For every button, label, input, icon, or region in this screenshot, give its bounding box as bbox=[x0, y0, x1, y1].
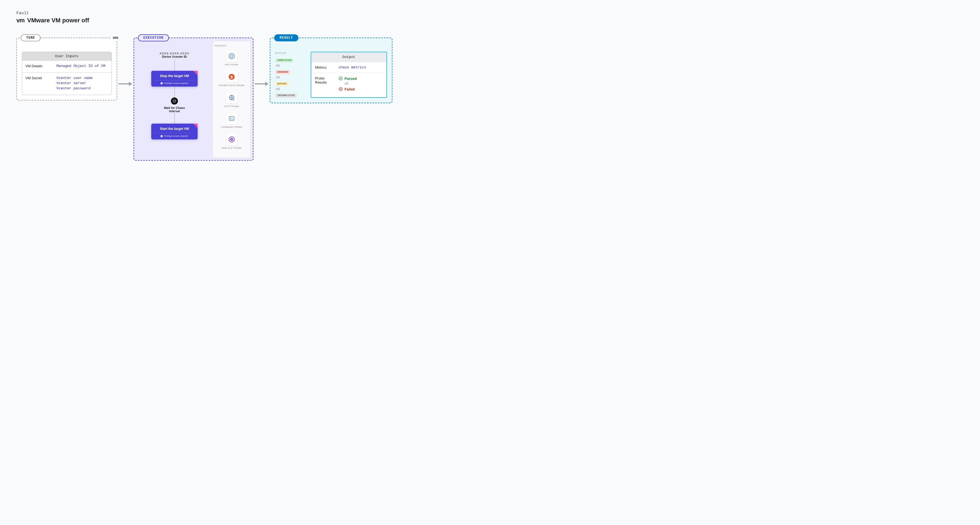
svg-point-4 bbox=[231, 55, 233, 57]
status-heading: STATUS bbox=[275, 52, 305, 54]
terminal-icon bbox=[226, 113, 237, 124]
svg-marker-3 bbox=[229, 53, 234, 59]
prometheus-icon bbox=[226, 71, 237, 82]
input-value: Vcenter user name bbox=[56, 76, 93, 80]
arrow-tune-to-exec bbox=[117, 81, 134, 87]
probe-result-failed: Failed bbox=[339, 87, 357, 91]
status-badge-queued: QUEUED bbox=[275, 82, 289, 86]
vcenter-id-mask: XXXX-XXXX-XXXX bbox=[159, 52, 189, 55]
input-value: Vcenter password bbox=[56, 86, 93, 90]
probe-label: SRM SLO PROBE bbox=[222, 147, 242, 149]
input-value: Managed Object ID of VM bbox=[56, 64, 105, 68]
stage-row: TUNE vm User Inputs VM Details Managed O… bbox=[16, 38, 964, 161]
status-column: STATUS COMPLETED OR ERRORED OR QUEUED OR… bbox=[275, 52, 305, 98]
page-title-row: vm VMware VM power off bbox=[16, 17, 964, 24]
vmware-logo-icon: vm bbox=[16, 17, 24, 24]
svg-marker-12 bbox=[265, 82, 269, 86]
step-title: Stop the target VM bbox=[154, 74, 195, 78]
output-title: Output bbox=[311, 52, 387, 62]
user-inputs-card: User Inputs VM Details Managed Object ID… bbox=[22, 52, 112, 95]
status-badge-errored: ERRORED bbox=[275, 70, 290, 75]
gauge-check-icon bbox=[226, 134, 237, 145]
probe-srm-slo: SRM SLO PROBE bbox=[215, 134, 249, 149]
probe-k8s: K8S PROBE bbox=[215, 51, 249, 66]
minus-icon: − bbox=[161, 82, 163, 84]
corner-flag-icon bbox=[193, 124, 197, 128]
input-key: VM Details bbox=[25, 64, 52, 69]
flow-connector-icon bbox=[174, 113, 175, 124]
privilege-text: Privilege access required bbox=[164, 135, 188, 137]
failed-label: Failed bbox=[344, 87, 355, 91]
svg-rect-6 bbox=[231, 78, 233, 79]
chaos-metrics-link[interactable]: chaos metrics bbox=[339, 65, 366, 70]
flow-connector-icon bbox=[174, 60, 175, 71]
derive-label: Derive Vcenter ID bbox=[159, 55, 189, 58]
input-row-vm-secret: VM Secret Vcenter user name Vcenter serv… bbox=[22, 73, 111, 95]
or-separator: OR bbox=[276, 88, 305, 91]
svg-rect-8 bbox=[229, 117, 234, 121]
probe-label: COMMAND PROBE bbox=[221, 126, 243, 128]
output-card: Output Metrics chaos metrics Probe Resul… bbox=[311, 52, 387, 98]
page-title: VMware VM power off bbox=[27, 17, 89, 24]
privilege-note: − Privilege access required bbox=[154, 80, 195, 84]
minus-icon: − bbox=[161, 135, 163, 137]
probe-result-passed: Passed bbox=[339, 76, 357, 81]
tune-tag: TUNE bbox=[21, 34, 41, 41]
wait-label: Wait for Chaos Interval bbox=[161, 106, 188, 113]
flow-connector-icon bbox=[174, 87, 175, 97]
probes-heading: PROBES bbox=[215, 44, 249, 47]
probe-command: COMMAND PROBE bbox=[215, 113, 249, 128]
input-row-vm-details: VM Details Managed Object ID of VM bbox=[22, 60, 111, 73]
probe-label: PROMETHEUS PROBE bbox=[219, 84, 245, 87]
output-key: Metrics bbox=[315, 65, 334, 70]
stop-vm-step: Stop the target VM − Privilege access re… bbox=[151, 71, 197, 87]
derive-vcenter-id: XXXX-XXXX-XXXX Derive Vcenter ID bbox=[159, 52, 189, 58]
probe-prometheus: PROMETHEUS PROBE bbox=[215, 71, 249, 87]
execution-tag: EXECUTION bbox=[138, 34, 169, 41]
privilege-note: − Privilege access required bbox=[154, 133, 195, 137]
check-circle-icon bbox=[339, 76, 343, 81]
step-title: Start the target VM bbox=[154, 127, 195, 131]
start-vm-step: Start the target VM − Privilege access r… bbox=[151, 124, 197, 140]
user-inputs-title: User Inputs bbox=[22, 52, 111, 60]
arrow-right-icon bbox=[255, 81, 269, 87]
status-badge-completed: COMPLETED bbox=[275, 58, 294, 63]
x-circle-icon bbox=[339, 87, 343, 91]
tune-panel: TUNE vm User Inputs VM Details Managed O… bbox=[16, 38, 117, 100]
corner-flag-icon bbox=[193, 71, 197, 75]
vmware-chip-icon: vm bbox=[111, 34, 121, 41]
or-separator: OR bbox=[276, 76, 305, 79]
globe-icon bbox=[226, 92, 237, 103]
input-key: VM Secret bbox=[25, 76, 52, 92]
page-kicker: Fault bbox=[16, 11, 964, 15]
output-row-metrics: Metrics chaos metrics bbox=[311, 62, 387, 73]
execution-panel: EXECUTION XXXX-XXXX-XXXX Derive Vcenter … bbox=[134, 38, 253, 161]
input-values: Managed Object ID of VM bbox=[56, 64, 105, 69]
execution-flow: XXXX-XXXX-XXXX Derive Vcenter ID Stop th… bbox=[139, 52, 210, 155]
privilege-text: Privilege access required bbox=[164, 82, 188, 84]
or-separator: OR bbox=[276, 64, 305, 67]
input-value: Vcenter server bbox=[56, 81, 93, 85]
probe-label: K8S PROBE bbox=[225, 63, 239, 66]
arrow-exec-to-result bbox=[253, 81, 270, 87]
probe-http: HTTP PROBE bbox=[215, 92, 249, 108]
kubernetes-icon bbox=[226, 51, 237, 62]
svg-point-13 bbox=[339, 77, 342, 80]
output-row-probe-results: Probe Results Passed OR Failed bbox=[311, 73, 387, 95]
input-values: Vcenter user name Vcenter server Vcenter… bbox=[56, 76, 93, 92]
result-panel: RESULT STATUS COMPLETED OR ERRORED OR QU… bbox=[270, 38, 393, 103]
passed-label: Passed bbox=[344, 76, 357, 81]
arrow-right-icon bbox=[119, 81, 132, 87]
result-tag: RESULT bbox=[274, 34, 298, 41]
or-separator: OR bbox=[344, 82, 357, 85]
probes-panel: PROBES K8S PROBE PROMETHEUS PROBE HTTP P… bbox=[213, 41, 251, 158]
probe-label: HTTP PROBE bbox=[224, 105, 239, 108]
status-badge-incompleted: INCOMPLETED bbox=[275, 94, 297, 98]
output-key: Probe Results bbox=[315, 76, 334, 91]
svg-marker-1 bbox=[129, 82, 132, 86]
